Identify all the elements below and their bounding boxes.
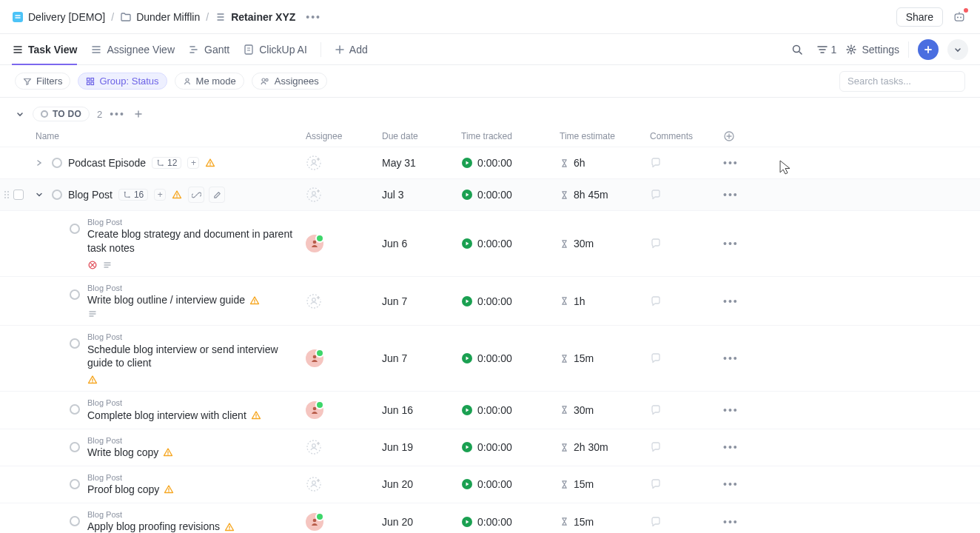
col-assignee[interactable]: Assignee <box>306 131 382 141</box>
due-cell[interactable]: May 31 <box>382 157 461 169</box>
assign-user-button[interactable] <box>306 187 322 203</box>
time-estimate-cell[interactable]: 6h <box>560 157 650 169</box>
group-collapse-toggle[interactable] <box>15 109 25 119</box>
col-due[interactable]: Due date <box>382 131 461 141</box>
play-icon[interactable] <box>461 478 473 490</box>
status-toggle[interactable] <box>70 338 80 349</box>
time-tracked-cell[interactable]: 0:00:00 <box>461 238 560 249</box>
due-cell[interactable]: Jun 20 <box>382 478 461 490</box>
row-more-button[interactable]: ••• <box>723 352 768 364</box>
assign-user-button[interactable] <box>306 293 322 309</box>
subtask-count-badge[interactable]: 12 <box>152 157 181 169</box>
time-tracked-cell[interactable]: 0:00:00 <box>461 189 560 201</box>
time-estimate-cell[interactable]: 15m <box>560 352 650 364</box>
assignee-cell[interactable] <box>306 293 382 309</box>
status-toggle[interactable] <box>70 224 80 234</box>
crumb-folder[interactable]: Dunder Mifflin <box>120 11 200 23</box>
row-more-button[interactable]: ••• <box>723 516 768 528</box>
subtask-row[interactable]: Blog PostWrite blog outline / interview … <box>0 277 980 326</box>
time-estimate-cell[interactable]: 1h <box>560 295 650 307</box>
col-comments[interactable]: Comments <box>650 131 723 141</box>
time-estimate-cell[interactable]: 15m <box>560 478 650 490</box>
comment-icon[interactable] <box>650 238 662 249</box>
search-input[interactable] <box>839 71 965 92</box>
comments-cell[interactable] <box>650 441 723 453</box>
play-icon[interactable] <box>461 404 473 416</box>
notifications-button[interactable] <box>950 8 968 26</box>
row-more-button[interactable]: ••• <box>723 295 768 307</box>
subtask-row[interactable]: Blog PostApply blog proofing revisionsJu… <box>0 503 980 533</box>
assignee-cell[interactable] <box>306 439 382 455</box>
time-tracked-cell[interactable]: 0:00:00 <box>461 157 560 169</box>
tab-assignee-view[interactable]: Assignee View <box>90 34 175 64</box>
status-toggle[interactable] <box>52 158 62 168</box>
edit-icon[interactable] <box>209 187 225 203</box>
row-more-button[interactable]: ••• <box>723 238 768 249</box>
assign-user-button[interactable] <box>306 155 322 171</box>
assignee-cell[interactable] <box>306 349 382 367</box>
subtask-title[interactable]: Schedule blog interview or send intervie… <box>87 343 300 371</box>
task-row[interactable]: Podcast Episode12+May 310:00:006h••• <box>0 147 980 179</box>
comments-cell[interactable] <box>650 404 723 416</box>
subtask-row[interactable]: Blog PostCreate blog strategy and docume… <box>0 211 980 277</box>
crumb-space[interactable]: Delivery [DEMO] <box>12 11 105 23</box>
play-icon[interactable] <box>461 238 473 249</box>
status-toggle[interactable] <box>70 289 80 300</box>
group-more[interactable]: ••• <box>110 108 125 120</box>
group-chip[interactable]: Group: Status <box>78 73 167 90</box>
comment-icon[interactable] <box>650 404 662 416</box>
new-task-dropdown[interactable] <box>947 39 968 60</box>
filter-count-button[interactable]: 1 <box>816 44 837 56</box>
subtask-count-badge[interactable]: 16 <box>118 189 148 201</box>
time-tracked-cell[interactable]: 0:00:00 <box>461 352 560 364</box>
time-tracked-cell[interactable]: 0:00:00 <box>461 516 560 528</box>
settings-button[interactable]: Settings <box>845 44 899 56</box>
time-estimate-cell[interactable]: 30m <box>560 238 650 249</box>
assignee-cell[interactable] <box>306 187 382 203</box>
comments-cell[interactable] <box>650 189 723 201</box>
task-title[interactable]: Podcast Episode <box>68 157 146 169</box>
comment-icon[interactable] <box>650 352 662 364</box>
tab-task-view[interactable]: Task View <box>12 34 77 64</box>
due-cell[interactable]: Jun 7 <box>382 295 461 307</box>
due-cell[interactable]: Jun 19 <box>382 441 461 453</box>
comments-cell[interactable] <box>650 238 723 249</box>
me-mode-chip[interactable]: Me mode <box>175 73 244 90</box>
status-toggle[interactable] <box>70 442 80 452</box>
comments-cell[interactable] <box>650 157 723 169</box>
subtask-title[interactable]: Write blog outline / interview guide <box>87 293 245 307</box>
assignee-cell[interactable] <box>306 513 382 531</box>
drag-handle-icon[interactable] <box>3 190 10 200</box>
status-toggle[interactable] <box>52 190 62 200</box>
task-title[interactable]: Blog Post <box>68 189 113 201</box>
filter-chip[interactable]: Filters <box>15 73 70 90</box>
add-subtask-button[interactable]: + <box>154 189 166 201</box>
avatar[interactable] <box>306 235 323 252</box>
task-row[interactable]: Blog Post16+Jul 30:00:008h 45m••• <box>0 179 980 211</box>
expand-toggle[interactable] <box>36 191 46 198</box>
row-more-button[interactable]: ••• <box>723 404 768 416</box>
col-name[interactable]: Name <box>36 131 306 141</box>
tab-clickup-ai[interactable]: ClickUp AI <box>243 34 307 64</box>
row-checkbox[interactable] <box>13 190 24 200</box>
assign-user-button[interactable] <box>306 476 322 492</box>
assignee-cell[interactable] <box>306 476 382 492</box>
assign-user-button[interactable] <box>306 439 322 455</box>
time-tracked-cell[interactable]: 0:00:00 <box>461 478 560 490</box>
row-more-button[interactable]: ••• <box>723 478 768 490</box>
subtask-title[interactable]: Create blog strategy and document in par… <box>87 227 300 255</box>
time-tracked-cell[interactable]: 0:00:00 <box>461 404 560 416</box>
subtask-row[interactable]: Blog PostComplete blog interview with cl… <box>0 392 980 429</box>
time-estimate-cell[interactable]: 2h 30m <box>560 441 650 453</box>
add-column-button[interactable] <box>723 130 768 142</box>
subtask-title[interactable]: Write blog copy <box>87 446 158 460</box>
assignees-chip[interactable]: Assignees <box>252 73 327 90</box>
comment-icon[interactable] <box>650 189 662 201</box>
row-more-button[interactable]: ••• <box>723 189 768 201</box>
subtask-title[interactable]: Proof blog copy <box>87 483 159 497</box>
avatar[interactable] <box>306 513 323 531</box>
link-icon[interactable] <box>188 187 204 203</box>
subtask-row[interactable]: Blog PostWrite blog copyJun 190:00:002h … <box>0 429 980 466</box>
share-button[interactable]: Share <box>896 7 943 27</box>
crumb-more-icon[interactable]: ••• <box>306 11 321 23</box>
